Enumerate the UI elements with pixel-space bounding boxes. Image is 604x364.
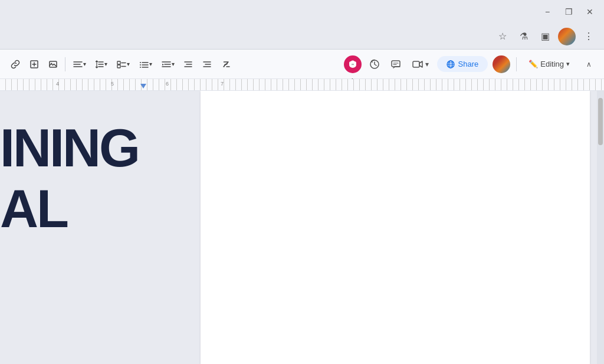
outdent-icon[interactable] bbox=[180, 56, 196, 73]
labs-icon[interactable]: ⚗ bbox=[516, 28, 532, 45]
minimize-button[interactable]: − bbox=[538, 2, 557, 21]
list-icon[interactable]: ▾ bbox=[135, 56, 155, 73]
comment-icon[interactable] bbox=[388, 56, 404, 73]
sidebar-toggle-icon[interactable]: ▣ bbox=[537, 28, 553, 45]
svg-rect-42 bbox=[413, 61, 419, 67]
document-area: INING AL bbox=[0, 91, 604, 364]
video-dropdown-arrow: ▾ bbox=[425, 60, 429, 68]
anon-sheep-container: Anonymous Sheep bbox=[344, 55, 362, 73]
user-profile-area bbox=[493, 55, 510, 73]
svg-rect-13 bbox=[117, 65, 120, 68]
editing-dropdown-icon: ▾ bbox=[566, 60, 570, 68]
share-button[interactable]: Share bbox=[437, 56, 488, 72]
doc-title-line2: AL bbox=[0, 181, 139, 237]
collapse-toolbar-button[interactable]: ∧ bbox=[580, 56, 597, 73]
svg-point-34 bbox=[350, 60, 354, 64]
svg-point-35 bbox=[351, 64, 354, 67]
image-icon[interactable] bbox=[45, 56, 61, 73]
title-bar: − ❐ ✕ bbox=[0, 0, 604, 24]
bookmark-icon[interactable]: ☆ bbox=[494, 28, 511, 45]
align-icon[interactable]: ▾ bbox=[69, 56, 89, 73]
restore-button[interactable]: ❐ bbox=[559, 2, 578, 21]
svg-rect-39 bbox=[392, 61, 400, 67]
editing-label: Editing bbox=[540, 60, 564, 68]
svg-point-36 bbox=[352, 64, 352, 64]
svg-rect-11 bbox=[117, 61, 120, 64]
video-call-button[interactable]: ▾ bbox=[409, 57, 432, 72]
ruler-numbers: 4 5 6 7 bbox=[12, 81, 224, 87]
doc-toolbar: ▾ ▾ ▾ ▾ bbox=[0, 50, 604, 79]
doc-content: INING AL bbox=[0, 91, 597, 364]
doc-page-white bbox=[201, 91, 590, 364]
browser-menu-icon[interactable]: ⋮ bbox=[580, 28, 597, 45]
indent-right-icon[interactable]: ▾ bbox=[157, 56, 178, 73]
ruler: 4 5 6 7 bbox=[0, 79, 604, 91]
indent-icon[interactable] bbox=[199, 56, 215, 73]
browser-toolbar: ☆ ⚗ ▣ ⋮ bbox=[0, 24, 604, 50]
tab-stop-marker bbox=[140, 84, 146, 88]
editing-mode-button[interactable]: ✏️ Editing ▾ bbox=[523, 56, 576, 72]
profile-avatar[interactable] bbox=[558, 28, 576, 45]
history-icon[interactable] bbox=[366, 56, 383, 73]
svg-point-15 bbox=[140, 62, 141, 63]
separator-2 bbox=[516, 57, 517, 71]
anonymous-sheep-avatar[interactable] bbox=[344, 55, 362, 73]
link-icon[interactable] bbox=[7, 56, 24, 73]
user-avatar[interactable] bbox=[493, 55, 510, 73]
doc-toolbar-right: Anonymous Sheep ▾ bbox=[344, 55, 597, 73]
checklist-icon[interactable]: ▾ bbox=[113, 56, 133, 73]
doc-title-line1: INING bbox=[0, 120, 139, 176]
share-label: Share bbox=[458, 60, 479, 68]
scrollbar-thumb[interactable] bbox=[598, 98, 603, 145]
separator-1 bbox=[65, 57, 65, 71]
pencil-icon: ✏️ bbox=[528, 60, 538, 68]
close-button[interactable]: ✕ bbox=[580, 2, 599, 21]
line-spacing-icon[interactable]: ▾ bbox=[91, 56, 110, 73]
vertical-scrollbar[interactable] bbox=[597, 91, 604, 364]
svg-point-17 bbox=[140, 64, 141, 65]
insert-icon[interactable] bbox=[26, 56, 42, 73]
clear-format-icon[interactable] bbox=[218, 56, 234, 73]
svg-point-19 bbox=[140, 67, 141, 68]
doc-text-partial: INING AL bbox=[0, 103, 139, 237]
svg-point-37 bbox=[353, 64, 353, 64]
